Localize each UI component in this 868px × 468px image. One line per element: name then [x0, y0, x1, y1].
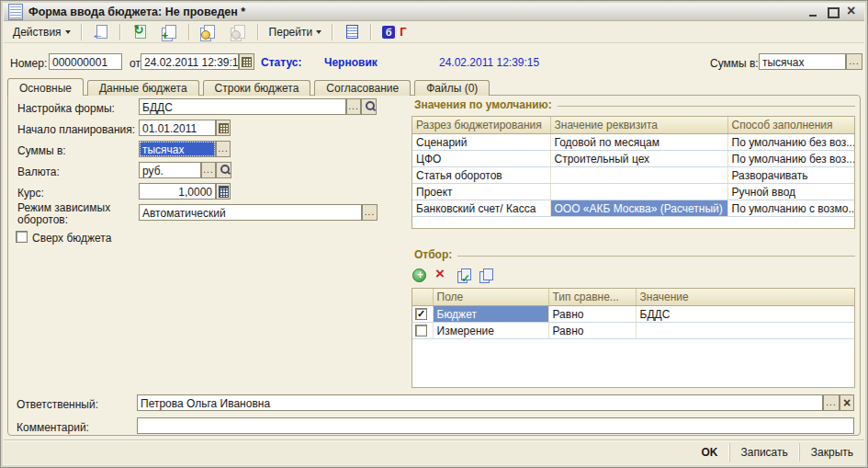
cell[interactable]: Ручной ввод	[727, 184, 854, 200]
calendar-icon	[219, 123, 229, 133]
selected-cell[interactable]: Бюджет	[433, 306, 548, 323]
maximize-button[interactable]	[828, 7, 838, 17]
cell[interactable]: Сценарий	[412, 134, 550, 151]
date-field[interactable]: 24.02.2011 12:39:15	[141, 53, 239, 70]
cell[interactable]: Банковский счет/ Касса	[412, 200, 550, 217]
actions-menu-button[interactable]: Действия	[7, 23, 76, 41]
add-row-button[interactable]	[412, 268, 426, 282]
bit-finance-logo-button[interactable]: б Г	[377, 22, 411, 41]
table-row[interactable]: ЦФО Строительный цех По умолчанию без во…	[412, 151, 854, 167]
table-row[interactable]: Сценарий Годовой по месяцам По умолчанию…	[412, 134, 854, 151]
sums-field[interactable]: тысячах	[139, 141, 216, 157]
selected-cell[interactable]: ООО «АКБ Москва» (Расчетный)	[550, 200, 727, 217]
minimize-button[interactable]	[808, 7, 818, 17]
column-header[interactable]: Поле	[433, 289, 548, 306]
column-header[interactable]: Способ заполнения	[727, 117, 854, 134]
column-header[interactable]: Тип сравне...	[548, 289, 636, 306]
post-document-button[interactable]	[195, 22, 222, 42]
status-datetime: 24.02.2011 12:39:15	[439, 56, 539, 69]
toolbar-separator	[370, 24, 372, 40]
status-bar: OK Записать Закрыть	[4, 439, 864, 464]
title-bar: Форма ввода бюджета: Не проведен *	[4, 4, 864, 21]
cell[interactable]: По умолчанию без воз...	[727, 151, 854, 167]
cell	[412, 323, 433, 339]
tab-stroki-byudzheta[interactable]: Строки бюджета	[203, 80, 311, 96]
rate-calculator-button[interactable]	[216, 183, 231, 200]
tab-fayly[interactable]: Файлы (0)	[414, 80, 490, 96]
defaults-table: Разрез бюджетирования Значение реквизита…	[411, 116, 855, 229]
responsible-field[interactable]: Петрова Ольга Ивановна	[137, 394, 823, 411]
save-button[interactable]: Записать	[729, 443, 799, 462]
tab-soglasovanie[interactable]: Согласование	[314, 80, 411, 96]
delete-row-button[interactable]	[434, 268, 448, 282]
cell[interactable]: Равно	[548, 323, 636, 339]
row-checkbox[interactable]	[415, 325, 427, 337]
unpost-document-icon	[231, 25, 247, 40]
form-setting-select-button[interactable]	[346, 98, 361, 115]
number-label: Номер:	[10, 57, 47, 70]
cell[interactable]	[636, 323, 854, 339]
plan-start-calendar-button[interactable]	[216, 120, 231, 136]
cell[interactable]: Разворачивать	[727, 167, 854, 184]
tab-dannye-byudzheta[interactable]: Данные бюджета	[87, 80, 199, 96]
goto-menu-button[interactable]: Перейти	[264, 23, 328, 41]
reread-button[interactable]	[87, 22, 115, 42]
ok-button[interactable]: OK	[691, 443, 729, 462]
copy-button[interactable]	[156, 22, 184, 42]
responsible-clear-button[interactable]	[840, 394, 854, 411]
form-setting-field[interactable]: БДДС	[139, 98, 346, 115]
refresh-button[interactable]	[126, 22, 153, 42]
table-row[interactable]: Проект Ручной ввод	[412, 184, 854, 200]
cell[interactable]: Равно	[548, 306, 636, 323]
table-row[interactable]: Статья оборотов Разворачивать	[412, 167, 854, 184]
form-setting-open-button[interactable]	[361, 98, 377, 115]
close-button[interactable]	[847, 7, 857, 17]
comment-field[interactable]	[137, 417, 854, 434]
cell[interactable]: Строительный цех	[550, 151, 727, 167]
cell[interactable]: Статья оборотов	[412, 167, 550, 184]
over-budget-checkbox[interactable]	[16, 231, 28, 243]
tab-osnovnye[interactable]: Основные	[7, 78, 84, 96]
sums-select-button[interactable]	[216, 141, 231, 157]
cell[interactable]: БДДС	[636, 306, 854, 323]
responsible-select-button[interactable]	[823, 394, 840, 411]
cell[interactable]: По умолчанию с возмо...	[727, 200, 854, 217]
table-row[interactable]: Банковский счет/ Касса ООО «АКБ Москва» …	[412, 200, 854, 217]
row-checkbox[interactable]	[415, 308, 427, 320]
dependent-mode-select-button[interactable]	[362, 204, 378, 221]
cell[interactable]: Проект	[412, 184, 550, 200]
sums-in-select-button[interactable]	[846, 53, 862, 70]
cell[interactable]	[550, 184, 727, 200]
rate-field[interactable]: 1,0000	[139, 183, 216, 200]
copy-rows-button[interactable]	[478, 268, 492, 282]
tab-bar: Основные Данные бюджета Строки бюджета С…	[7, 78, 493, 96]
cell[interactable]	[550, 167, 727, 184]
post-document-icon	[200, 25, 217, 40]
column-header[interactable]: Значение	[636, 289, 854, 306]
close-form-button[interactable]: Закрыть	[799, 443, 864, 462]
cell[interactable]: Измерение	[433, 323, 548, 339]
cell[interactable]: По умолчанию без воз...	[727, 134, 854, 151]
reread-icon	[93, 25, 109, 40]
column-header[interactable]: Разрез бюджетирования	[412, 117, 550, 134]
currency-open-button[interactable]	[216, 162, 231, 178]
check-all-button[interactable]	[456, 268, 470, 282]
sums-in-field[interactable]: тысячах	[759, 53, 846, 70]
table-row[interactable]: Бюджет Равно БДДС	[412, 306, 854, 323]
plan-start-field[interactable]: 01.01.2011	[139, 120, 216, 136]
table-row[interactable]: Измерение Равно	[412, 323, 854, 339]
unpost-document-button[interactable]	[225, 22, 253, 42]
cell[interactable]: ЦФО	[412, 151, 550, 167]
currency-field[interactable]: руб.	[139, 162, 201, 178]
cell[interactable]: Годовой по месяцам	[550, 134, 727, 151]
dependent-mode-field[interactable]: Автоматический	[139, 204, 362, 221]
column-header[interactable]: Значение реквизита	[550, 117, 727, 134]
filter-section-title: Отбор:	[414, 248, 452, 261]
cell	[412, 306, 433, 323]
report-structure-button[interactable]	[338, 22, 366, 42]
calendar-button[interactable]	[239, 53, 254, 70]
number-field[interactable]: 000000001	[49, 53, 122, 70]
currency-select-button[interactable]	[201, 162, 216, 178]
budget-entry-form-window: Форма ввода бюджета: Не проведен * Дейст…	[0, 0, 868, 468]
copy-add-icon	[162, 25, 178, 40]
